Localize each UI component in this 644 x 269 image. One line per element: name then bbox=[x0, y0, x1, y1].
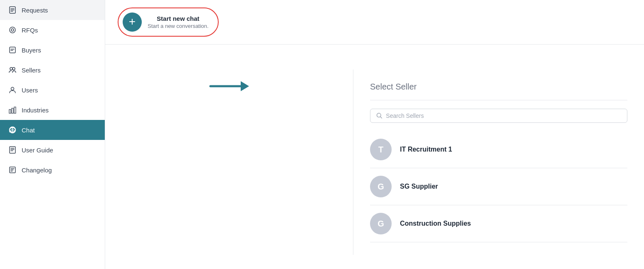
search-box[interactable] bbox=[370, 109, 627, 123]
seller-avatar-1: T bbox=[370, 139, 392, 160]
svg-point-6 bbox=[11, 87, 14, 90]
sidebar-item-requests[interactable]: Requests bbox=[0, 0, 105, 20]
start-new-chat-button[interactable]: + Start new chat Start a new conversatio… bbox=[118, 7, 219, 37]
select-seller-title: Select Seller bbox=[370, 82, 627, 92]
seller-avatar-3: G bbox=[370, 213, 392, 234]
svg-point-5 bbox=[12, 67, 15, 70]
rfqs-icon bbox=[8, 26, 17, 34]
sidebar-label-changelog: Changelog bbox=[22, 167, 52, 174]
sidebar-item-users[interactable]: Users bbox=[0, 80, 105, 100]
sidebar-item-industries[interactable]: Industries bbox=[0, 100, 105, 120]
svg-rect-9 bbox=[14, 107, 16, 113]
seller-item-2[interactable]: G SG Supplier bbox=[370, 168, 627, 205]
start-chat-title: Start new chat bbox=[148, 15, 209, 22]
sidebar-item-sellers[interactable]: Sellers bbox=[0, 60, 105, 80]
changelog-icon bbox=[8, 166, 17, 174]
seller-list: T IT Recruitment 1 G SG Supplier G Const… bbox=[370, 131, 627, 242]
users-icon bbox=[8, 86, 17, 94]
svg-marker-16 bbox=[241, 81, 249, 91]
search-sellers-input[interactable] bbox=[386, 112, 621, 119]
plus-icon: + bbox=[129, 16, 136, 27]
seller-item-3[interactable]: G Construction Supplies bbox=[370, 205, 627, 242]
svg-rect-8 bbox=[12, 108, 13, 113]
sidebar-item-buyers[interactable]: Buyers bbox=[0, 40, 105, 60]
svg-point-1 bbox=[10, 27, 15, 33]
start-chat-subtitle: Start a new conversation. bbox=[148, 23, 209, 29]
seller-divider bbox=[370, 100, 627, 100]
seller-name-2: SG Supplier bbox=[400, 183, 438, 190]
svg-point-2 bbox=[11, 29, 14, 31]
top-section: + Start new chat Start a new conversatio… bbox=[105, 0, 644, 45]
main-content: + Start new chat Start a new conversatio… bbox=[105, 0, 644, 269]
sidebar: Requests RFQs Buyers Sellers bbox=[0, 0, 105, 269]
chat-icon bbox=[8, 126, 17, 134]
seller-name-1: IT Recruitment 1 bbox=[400, 146, 452, 153]
search-icon bbox=[376, 112, 382, 119]
seller-item-1[interactable]: T IT Recruitment 1 bbox=[370, 131, 627, 168]
sidebar-item-rfqs[interactable]: RFQs bbox=[0, 20, 105, 40]
requests-icon bbox=[8, 6, 17, 14]
sidebar-label-buyers: Buyers bbox=[22, 47, 41, 54]
start-chat-text: Start new chat Start a new conversation. bbox=[148, 15, 209, 29]
sidebar-item-user-guide[interactable]: User Guide bbox=[0, 140, 105, 160]
svg-point-4 bbox=[10, 67, 12, 70]
sidebar-label-sellers: Sellers bbox=[22, 67, 41, 74]
user-guide-icon bbox=[8, 146, 17, 154]
middle-area: Select Seller T IT Recruitment 1 G SG Su… bbox=[105, 45, 644, 269]
sidebar-label-requests: Requests bbox=[22, 7, 48, 14]
sidebar-label-user-guide: User Guide bbox=[22, 147, 53, 154]
sellers-icon bbox=[8, 66, 17, 74]
sidebar-label-users: Users bbox=[22, 87, 38, 94]
arrow-area bbox=[105, 70, 353, 95]
seller-name-3: Construction Supplies bbox=[400, 220, 471, 227]
sidebar-item-chat[interactable]: Chat bbox=[0, 120, 105, 140]
plus-circle: + bbox=[123, 12, 142, 32]
svg-rect-13 bbox=[10, 147, 15, 153]
sidebar-label-industries: Industries bbox=[22, 107, 49, 114]
svg-rect-3 bbox=[10, 47, 15, 53]
sidebar-label-rfqs: RFQs bbox=[22, 27, 38, 34]
svg-rect-7 bbox=[9, 110, 11, 113]
buyers-icon bbox=[8, 46, 17, 54]
seller-avatar-2: G bbox=[370, 176, 392, 197]
seller-panel: Select Seller T IT Recruitment 1 G SG Su… bbox=[353, 70, 644, 255]
right-arrow-icon bbox=[208, 78, 250, 95]
sidebar-item-changelog[interactable]: Changelog bbox=[0, 160, 105, 180]
industries-icon bbox=[8, 106, 17, 114]
sidebar-label-chat: Chat bbox=[22, 127, 35, 134]
